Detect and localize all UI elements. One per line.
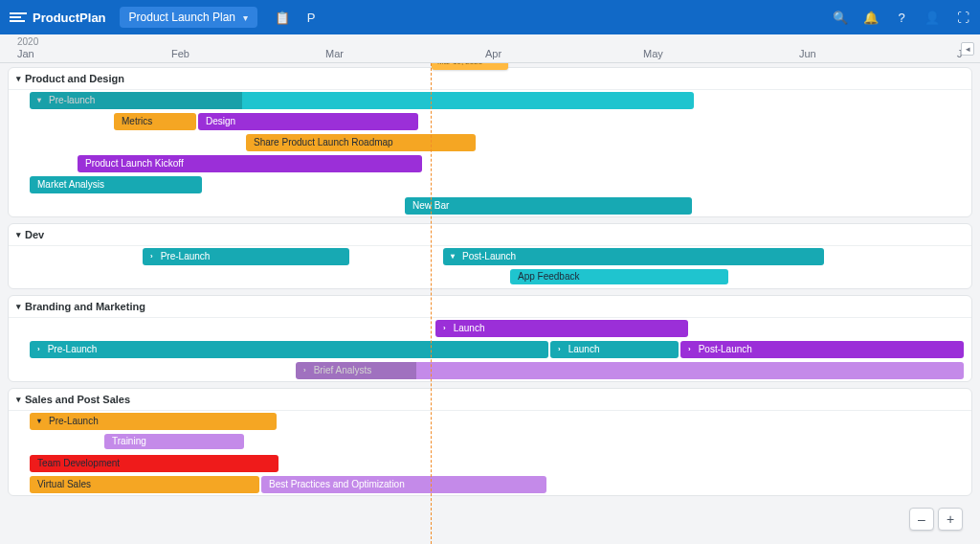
timeline-header: 2020 JanFebMarAprMayJunJ ◂ (0, 34, 980, 63)
svg-rect-2 (10, 20, 25, 22)
lane-group: ▾Product and Design▾Pre-launchMetricsDes… (8, 67, 972, 217)
month-label: Apr (485, 48, 501, 59)
bar-label: Pre-launch (49, 92, 95, 109)
lane-row: Product Launch Kickoff (9, 153, 971, 174)
lane-row: ›Pre-Launch›Launch›Post-Launch (9, 339, 971, 360)
bar-label: Brief Analysts (314, 362, 372, 379)
lane-header[interactable]: ▾Branding and Marketing (9, 296, 971, 318)
timeline-bar[interactable]: ›Pre-Launch (30, 341, 548, 358)
bar-label: Training (112, 434, 146, 449)
zoom-out-button[interactable]: – (909, 508, 934, 531)
chevron-down-icon: ▾ (16, 230, 21, 239)
lane-group: ▾Branding and Marketing›Launch›Pre-Launc… (8, 295, 972, 382)
lane-row: ›Launch (9, 318, 971, 339)
plan-select-label: Product Launch Plan (129, 11, 235, 24)
search-icon[interactable]: 🔍 (833, 11, 848, 25)
chevron-right-icon: › (688, 341, 691, 358)
timeline-bar[interactable]: ›Launch (435, 320, 688, 337)
brand: ProductPlan (10, 11, 106, 25)
brand-icon (10, 11, 27, 24)
plan-select[interactable]: Product Launch Plan ▾ (120, 7, 257, 28)
timeline-bar[interactable]: Virtual Sales (30, 476, 259, 493)
lane-row: Share Product Launch Roadmap (9, 132, 971, 153)
chevron-down-icon: ▾ (37, 92, 41, 109)
lane-header[interactable]: ▾Dev (9, 224, 971, 246)
bar-label: Post-Launch (462, 248, 516, 265)
chevron-down-icon: ▾ (37, 413, 41, 430)
lane-row: ›Pre-Launch▾Post-Launch (9, 246, 971, 267)
timeline-bar[interactable]: ›Pre-Launch (143, 248, 349, 265)
lane-row: ›Brief Analysts (9, 360, 971, 381)
lane-group: ▾Sales and Post Sales▾Pre-LaunchTraining… (8, 388, 972, 496)
timeline-bar[interactable]: ›Post-Launch (680, 341, 964, 358)
chevron-down-icon: ▾ (243, 12, 248, 23)
bar-label: Metrics (122, 113, 152, 130)
timeline-collapse-button[interactable]: ◂ (961, 42, 974, 56)
timeline-bar[interactable]: ›Brief Analysts (296, 362, 964, 379)
timeline-bar[interactable]: App Feedback (510, 269, 728, 284)
lane-body: ›Launch›Pre-Launch›Launch›Post-Launch›Br… (9, 318, 971, 381)
expand-icon[interactable]: ⛶ (955, 11, 970, 25)
timeline-bar[interactable]: Product Launch Kickoff (78, 155, 422, 172)
timeline-bar[interactable]: Team Development (30, 455, 278, 472)
clipboard-icon[interactable]: 📋 (275, 11, 290, 25)
lane-row: ▾Pre-Launch (9, 411, 971, 432)
timeline-bar[interactable]: Market Analysis (30, 176, 202, 193)
month-label: May (643, 48, 663, 59)
topbar: ProductPlan Product Launch Plan ▾ 📋P 🔍🔔?… (0, 0, 980, 34)
lane-row: Training (9, 432, 971, 453)
lane-title: Sales and Post Sales (25, 394, 130, 405)
present-icon[interactable]: P (303, 11, 319, 25)
month-label: Jan (17, 48, 34, 59)
timeline-bar[interactable]: ▾Pre-launch (30, 92, 694, 109)
timeline-canvas[interactable]: Heavily mine beta data Mar 19, 2020 ▾Pro… (0, 63, 980, 544)
lane-row: Market Analysis (9, 174, 971, 195)
lane-row: Virtual SalesBest Practices and Optimiza… (9, 474, 971, 495)
bar-label: Design (206, 113, 235, 130)
lane-body: ›Pre-Launch▾Post-LaunchApp Feedback (9, 246, 971, 288)
timeline-bar[interactable]: Design (198, 113, 418, 130)
timeline-bar[interactable]: Share Product Launch Roadmap (246, 134, 476, 151)
timeline-bar[interactable]: ▾Pre-Launch (30, 413, 277, 430)
timeline-bar[interactable]: ›Launch (550, 341, 679, 358)
bar-label: Pre-Launch (161, 248, 211, 265)
help-icon[interactable]: ? (894, 11, 909, 25)
chevron-down-icon: ▾ (451, 248, 455, 265)
bar-label: New Bar (412, 197, 449, 215)
lane-row: MetricsDesign (9, 111, 971, 132)
month-label: Feb (171, 48, 189, 59)
lane-title: Dev (25, 229, 44, 240)
svg-rect-0 (10, 12, 27, 14)
month-label: Jun (799, 48, 816, 59)
timeline-bar[interactable]: Metrics (114, 113, 196, 130)
zoom-controls: – + (909, 508, 963, 531)
month-label: Mar (325, 48, 344, 59)
bar-label: Product Launch Kickoff (85, 155, 184, 172)
user-icon[interactable]: 👤 (924, 11, 940, 25)
bar-label: Launch (568, 341, 600, 358)
chevron-right-icon: › (443, 320, 446, 337)
workspace: 2020 JanFebMarAprMayJunJ ◂ Heavily mine … (0, 34, 980, 544)
lane-header[interactable]: ▾Product and Design (9, 68, 971, 90)
chevron-right-icon: › (37, 341, 40, 358)
bar-label: App Feedback (518, 269, 580, 284)
lane-title: Branding and Marketing (25, 301, 145, 312)
bar-label: Launch (454, 320, 485, 337)
chevron-right-icon: › (303, 362, 306, 379)
zoom-in-button[interactable]: + (938, 508, 963, 531)
timeline-bar[interactable]: Best Practices and Optimization (261, 476, 546, 493)
timeline-bar[interactable]: ▾Post-Launch (443, 248, 824, 265)
bar-label: Pre-Launch (49, 413, 99, 430)
lane-header[interactable]: ▾Sales and Post Sales (9, 389, 971, 411)
lane-row: App Feedback (9, 267, 971, 288)
lane-title: Product and Design (25, 73, 124, 84)
lane-row: ▾Pre-launch (9, 90, 971, 111)
lane-row: Team Development (9, 453, 971, 474)
svg-rect-1 (10, 16, 21, 18)
timeline-bar[interactable]: New Bar (405, 197, 692, 215)
bar-label: Post-Launch (699, 341, 752, 358)
bar-label: Share Product Launch Roadmap (254, 134, 393, 151)
lane-body: ▾Pre-launchMetricsDesignShare Product La… (9, 90, 971, 216)
bell-icon[interactable]: 🔔 (863, 11, 879, 25)
timeline-bar[interactable]: Training (104, 434, 244, 449)
